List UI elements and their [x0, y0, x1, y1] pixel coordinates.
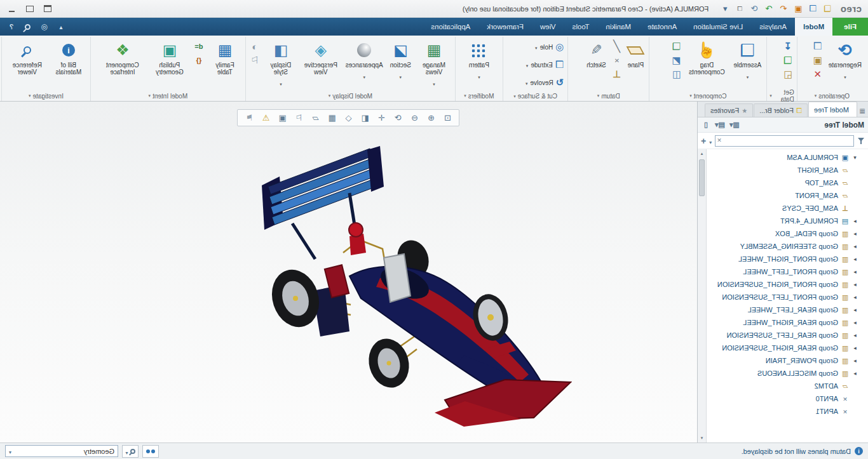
expander-icon[interactable] [852, 370, 858, 376]
zoom-in-icon[interactable]: ⊕ [424, 111, 439, 124]
help-icon[interactable] [6, 22, 17, 32]
warning-icon[interactable]: ⚠ [259, 111, 274, 124]
csys-button[interactable] [611, 69, 623, 80]
tree-settings-icon[interactable]: ▥▾ [729, 120, 740, 130]
tree-row[interactable]: Group REAR_RIGHT_SUSPENSION [707, 342, 868, 354]
publish-geometry-button[interactable]: Publish Geometry [149, 38, 191, 77]
tree-row[interactable]: Group FRONT_LEFT_SUSPENSION [707, 291, 868, 303]
tab-framework[interactable]: Framework [478, 18, 532, 36]
expander-icon[interactable] [852, 154, 858, 161]
group-label-cut-surface[interactable]: Cut & Surface [506, 91, 565, 101]
include-component-button[interactable] [670, 69, 682, 80]
tree-row[interactable]: ASM_DEF_CSYS [707, 202, 868, 215]
manage-views-caret-icon[interactable] [433, 77, 435, 88]
tree-row[interactable]: Group FRONT_LEFT_WHEEL [707, 265, 868, 278]
tree-row[interactable]: Group MISCELLANEOUS [707, 367, 868, 380]
tree-search-input[interactable] [715, 135, 854, 147]
expander-icon[interactable] [852, 294, 858, 300]
tab-annotate[interactable]: Annotate [639, 18, 685, 36]
tree-row[interactable]: Group REAR_RIGHT_WHEEL [707, 316, 868, 329]
paste-button[interactable] [811, 55, 824, 66]
copy-geometry-button[interactable] [782, 55, 794, 66]
hole-caret-icon[interactable] [535, 44, 538, 51]
shrinkwrap-button[interactable] [782, 69, 794, 80]
reference-viewer-button[interactable]: Reference Viewer [7, 38, 48, 77]
windows-icon[interactable]: ❐ [733, 3, 746, 15]
group-label-model-intent[interactable]: Model Intent [93, 91, 243, 101]
tree-row[interactable]: APNT0 [707, 392, 868, 405]
assemble-button[interactable]: Assemble [731, 38, 764, 83]
scrollbar-thumb[interactable] [699, 159, 705, 196]
section-button[interactable]: Section [388, 38, 414, 83]
regenerate-button[interactable]: Regenerate [826, 38, 864, 83]
display-style-caret-icon[interactable] [280, 77, 282, 88]
group-label-component[interactable]: Component [652, 91, 764, 101]
group-label-operations[interactable]: Operations [800, 91, 864, 101]
plane-button[interactable]: Plane [625, 38, 647, 70]
pattern-button[interactable]: Pattern [466, 38, 492, 83]
scroll-down-icon[interactable]: ▾ [698, 434, 706, 442]
maximize-icon[interactable] [22, 3, 38, 15]
group-label-get-data[interactable]: Get Data [770, 91, 794, 101]
tree-row[interactable]: Group FRONT_RIGHT_WHEEL [707, 253, 868, 265]
capture-icon[interactable]: ▣ [275, 111, 290, 124]
group-label-investigate[interactable]: Investigate [4, 91, 88, 101]
tree-row[interactable]: Group FRONT_RIGHT_SUSPENSION [707, 278, 868, 291]
view-manager-icon[interactable]: ▦ [325, 111, 340, 124]
datum-display-filters-icon[interactable]: ▱ [308, 111, 323, 124]
scrollbar-track[interactable] [698, 158, 706, 434]
search-tools-button[interactable] [122, 445, 139, 458]
tree-row[interactable]: ASM_TOP [707, 176, 868, 189]
find-button[interactable] [142, 445, 159, 458]
tree-row[interactable]: ADTM2 [707, 380, 868, 392]
tab-tools[interactable]: Tools [564, 18, 598, 36]
open-icon[interactable]: ❒ [806, 3, 819, 15]
tab-analysis[interactable]: Analysis [751, 18, 795, 36]
annotation-display-icon[interactable]: ⚐ [292, 111, 307, 124]
axis-button[interactable] [611, 41, 623, 52]
spin-center-icon[interactable]: ✛ [374, 111, 390, 124]
display-style-icon[interactable]: ◧ [358, 111, 373, 124]
tree-row[interactable]: Group REAR_LEFT_SUSPENSION [707, 329, 868, 342]
extrude-caret-icon[interactable] [526, 62, 529, 69]
zoom-out-icon[interactable]: ⊖ [407, 111, 423, 124]
command-search-icon[interactable] [23, 22, 33, 32]
tab-favorites[interactable]: ★ Favorites [705, 103, 753, 117]
expander-icon[interactable] [852, 230, 858, 237]
tab-live-simulation[interactable]: Live Simulation [685, 18, 751, 36]
extrude-button[interactable]: Extrude [525, 56, 565, 74]
tab-view[interactable]: View [532, 18, 564, 36]
tree-row[interactable]: Group REAR_LEFT_WHEEL [707, 303, 868, 316]
graphics-viewport[interactable]: ⊡ ⊕ ⊖ ⟳ ✛ ◧ ◇ ▦ ▱ ⚐ [0, 102, 697, 442]
parameters-button[interactable] [193, 41, 205, 52]
clear-search-icon[interactable] [717, 137, 722, 143]
section-caret-icon[interactable] [400, 70, 402, 81]
customize-toolbar-icon[interactable]: ▾ [719, 3, 731, 15]
manage-views-button[interactable]: Manage Views [416, 38, 452, 90]
annotation-toggle-button[interactable] [248, 55, 261, 66]
expander-icon[interactable] [852, 345, 858, 351]
copy-button[interactable] [811, 41, 824, 52]
minimize-icon[interactable] [4, 3, 20, 15]
redo-icon[interactable]: ↷ [763, 3, 775, 15]
window-mode-icon[interactable] [39, 3, 56, 15]
appearances-button[interactable]: Appearances [343, 38, 386, 83]
group-label-model-display[interactable]: Model Display [248, 91, 452, 101]
new-icon[interactable]: ❏ [821, 3, 834, 15]
expander-icon[interactable] [852, 357, 858, 364]
repaint-icon[interactable]: ⟳ [391, 111, 406, 124]
expand-all-icon[interactable] [701, 135, 706, 147]
undo-icon[interactable]: ↶ [777, 3, 790, 15]
display-style-button[interactable]: Display Style [263, 38, 299, 90]
expander-icon[interactable] [852, 218, 858, 224]
filter-funnel-icon[interactable] [857, 137, 865, 145]
relations-button[interactable] [193, 55, 205, 66]
tree-row[interactable]: Group PEDAL_BOX [707, 227, 868, 240]
bill-of-materials-button[interactable]: Bill of Materials [50, 38, 88, 77]
delete-button[interactable] [811, 69, 824, 80]
tab-applications[interactable]: Applications [423, 18, 478, 36]
tree-display-icon[interactable]: ▤▾ [715, 120, 725, 130]
import-button[interactable] [782, 41, 794, 52]
minimize-ribbon-icon[interactable] [56, 22, 66, 32]
refit-icon[interactable]: ⊡ [440, 111, 456, 124]
